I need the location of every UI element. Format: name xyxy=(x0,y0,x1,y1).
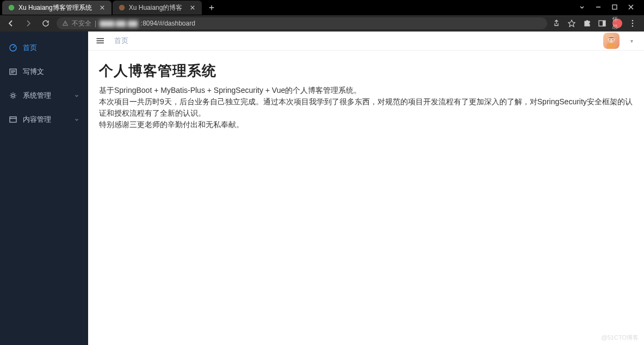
svg-point-1 xyxy=(119,5,125,11)
minimize-icon[interactable] xyxy=(594,4,603,12)
edit-icon xyxy=(9,67,17,76)
sidebar-item-label: 写博文 xyxy=(23,67,44,77)
address-bar[interactable]: 不安全 | ▇▇▇.▇▇.▇▇ :8094/#/dashboard xyxy=(57,17,547,29)
svg-point-0 xyxy=(9,5,15,11)
tab-bar: Xu Huaiang博客管理系统 Xu Huaiang的博客 xyxy=(0,0,644,15)
hamburger-icon[interactable] xyxy=(96,36,106,46)
puzzle-icon[interactable] xyxy=(582,18,592,28)
menu-icon[interactable] xyxy=(628,18,637,28)
sidebar-item-label: 首页 xyxy=(23,43,37,53)
svg-rect-17 xyxy=(607,43,616,48)
forward-button[interactable] xyxy=(22,17,35,30)
back-button[interactable] xyxy=(4,17,17,30)
sidebar-item-content[interactable]: 内容管理 xyxy=(0,108,88,131)
dashboard-icon xyxy=(9,43,17,52)
svg-rect-11 xyxy=(10,117,16,122)
tab-2[interactable]: Xu Huaiang的博客 xyxy=(113,1,202,15)
tab-favicon-icon xyxy=(118,4,126,11)
chevron-down-icon xyxy=(74,92,79,100)
nav-bar: 不安全 | ▇▇▇.▇▇.▇▇ :8094/#/dashboard 怀昂 xyxy=(0,15,644,32)
warning-icon xyxy=(62,20,69,27)
close-window-icon[interactable] xyxy=(627,4,635,12)
security-label: 不安全 xyxy=(72,19,91,28)
svg-point-14 xyxy=(612,39,614,40)
tab-title: Xu Huaiang博客管理系统 xyxy=(18,3,92,12)
gear-icon xyxy=(9,91,17,100)
address-path: :8094/#/dashboard xyxy=(141,20,195,27)
svg-point-13 xyxy=(609,39,610,40)
close-icon[interactable] xyxy=(98,4,106,11)
avatar[interactable] xyxy=(603,33,620,49)
svg-point-5 xyxy=(632,20,634,22)
content-line: 本次项目一共历时9天，后台业务自己独立完成。通过本次项目我学到了很多东西，对规范… xyxy=(99,96,633,119)
star-icon[interactable] xyxy=(567,18,577,28)
svg-point-16 xyxy=(612,41,614,42)
window-controls xyxy=(578,4,642,12)
maximize-icon[interactable] xyxy=(610,4,619,12)
close-icon[interactable] xyxy=(189,4,196,11)
panel-icon[interactable] xyxy=(597,18,607,28)
svg-point-15 xyxy=(609,41,610,42)
content-line: 特别感谢三更老师的辛勤付出和无私奉献。 xyxy=(99,119,633,130)
page-title: 个人博客管理系统 xyxy=(99,61,633,80)
chevron-down-icon[interactable]: ▾ xyxy=(630,38,633,44)
reload-button[interactable] xyxy=(39,17,52,30)
sidebar-item-write[interactable]: 写博文 xyxy=(0,60,88,84)
sidebar: 首页 写博文 系统管理 内容管理 xyxy=(0,32,88,345)
tab-1[interactable]: Xu Huaiang博客管理系统 xyxy=(2,1,112,15)
sidebar-item-label: 内容管理 xyxy=(23,115,51,124)
content-icon xyxy=(9,115,17,124)
svg-point-10 xyxy=(12,95,15,97)
watermark: @51CTO博客 xyxy=(602,334,639,342)
chevron-down-icon[interactable] xyxy=(578,4,586,12)
chevron-down-icon xyxy=(74,116,79,124)
sidebar-item-label: 系统管理 xyxy=(23,91,51,101)
content-area: 个人博客管理系统 基于SpringBoot + MyBatis-Plus + S… xyxy=(88,51,644,141)
tab-favicon-icon xyxy=(8,4,15,11)
user-badge[interactable]: 怀昂 xyxy=(612,18,622,28)
svg-rect-4 xyxy=(603,21,605,26)
share-icon[interactable] xyxy=(552,18,561,28)
sidebar-item-system[interactable]: 系统管理 xyxy=(0,84,88,108)
breadcrumb: 首页 xyxy=(114,36,128,46)
topbar: 首页 ▾ xyxy=(88,32,644,51)
tab-title: Xu Huaiang的博客 xyxy=(129,3,183,12)
extension-icons: 怀昂 xyxy=(552,18,640,28)
address-host: ▇▇▇.▇▇.▇▇ xyxy=(100,20,138,27)
svg-point-6 xyxy=(632,23,634,24)
svg-point-7 xyxy=(632,26,634,27)
sidebar-item-home[interactable]: 首页 xyxy=(0,36,88,60)
new-tab-button[interactable] xyxy=(205,1,218,14)
svg-rect-2 xyxy=(612,5,617,9)
content-line: 基于SpringBoot + MyBatis-Plus + SpringSecu… xyxy=(99,85,633,96)
